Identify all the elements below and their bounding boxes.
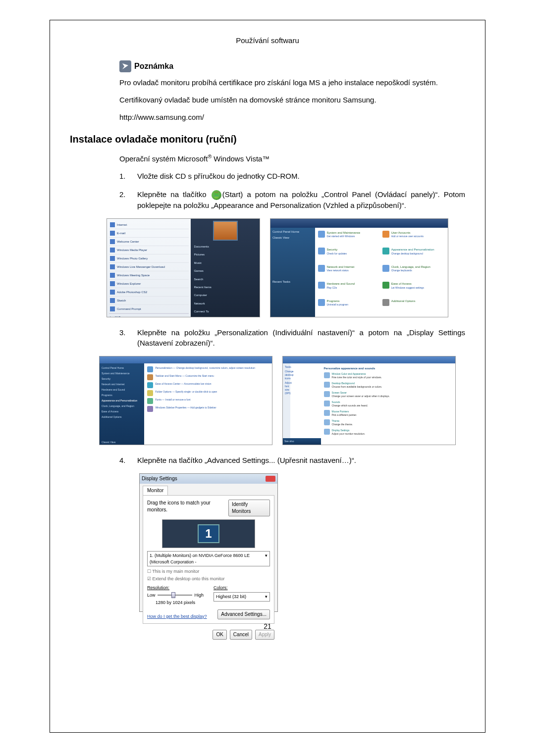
resolution-label: Resolution: <box>147 585 204 591</box>
reg-mark: ® <box>208 153 212 159</box>
note-url: http://www.samsung.com/ <box>119 112 465 122</box>
ap-link-1: Taskbar and Start Menu — Customize the S… <box>155 374 214 380</box>
step-3: 3. Klepněte na položku „Personalization … <box>119 327 465 348</box>
page-header: Používání softwaru <box>70 35 465 46</box>
sm-all-programs: All Programs <box>114 315 131 317</box>
pp-it-3: Sounds <box>332 401 340 403</box>
chevron-down-icon: ▾ <box>265 553 268 565</box>
pp-side-1: Change desktop icons <box>285 370 288 380</box>
step-4: 4. Klepněte na tlačítko „Advanced Settin… <box>119 455 465 465</box>
pp-it-4: Mouse Pointers <box>332 410 349 413</box>
ok-button[interactable]: OK <box>213 630 226 640</box>
intro-prefix: Operační systém Microsoft <box>119 154 208 163</box>
sm-internet: Internet <box>117 223 127 227</box>
colors-value: Highest (32 bit) <box>216 594 246 600</box>
pp-header: Personalize appearance and sounds <box>324 366 452 370</box>
note-label: Poznámka <box>134 61 173 72</box>
cp-cat-3: Appearance and Personalization <box>391 248 434 251</box>
pp-side-0: Tasks <box>285 365 288 369</box>
cp-side-sub: Classic View <box>272 236 313 240</box>
cp-cat-2: Security <box>327 248 338 251</box>
os-intro: Operační systém Microsoft® Windows Vista… <box>119 153 465 164</box>
ap-side-3: Network and Internet <box>102 382 142 387</box>
monitor-1[interactable]: 1 <box>198 524 219 543</box>
step-3-num: 3. <box>119 327 128 348</box>
step-2-before: Klepněte na tlačítko <box>137 190 211 199</box>
ap-link-0: Personalization — Change desktop backgro… <box>155 366 255 372</box>
ap-side-0: Control Panel Home <box>102 365 142 371</box>
ap-side-6: Appearance and Personalization <box>102 398 142 403</box>
note-icon <box>119 60 131 72</box>
pp-side-2: Adjust font size (DPI) <box>285 381 288 395</box>
monitor-dropdown[interactable]: 1. (Multiple Monitors) on NVIDIA GeForce… <box>147 551 270 566</box>
user-avatar <box>213 221 238 241</box>
note-block: Poznámka Pro ovladač monitoru probíhá ce… <box>119 60 465 122</box>
slider-low: Low <box>147 592 156 599</box>
sm-email: E-mail <box>117 231 125 235</box>
cp-cat-6: Hardware and Sound <box>327 282 355 285</box>
monitor-preview: 1 <box>162 519 255 548</box>
sm-control-panel: Control Panel <box>193 316 258 317</box>
cp-cat-0: System and Maintenance <box>327 231 361 234</box>
ap-side-5: Programs <box>102 393 142 398</box>
step-1-num: 1. <box>119 171 128 181</box>
identify-monitors-button[interactable]: Identify Monitors <box>228 500 270 516</box>
ap-link-5: Windows Sidebar Properties — Add gadgets… <box>155 406 216 412</box>
screenshot-appearance: Control Panel Home System and Maintenanc… <box>99 356 272 445</box>
sm-network: Network <box>193 300 258 307</box>
ap-side-1: System and Maintenance <box>102 371 142 376</box>
ap-side-bottom: Classic View <box>102 440 142 445</box>
help-link[interactable]: How do I get the best display? <box>147 613 207 620</box>
screenshot-display-settings: Display Settings Monitor Drag the icons … <box>139 473 278 612</box>
pp-it-1: Desktop Background <box>332 382 355 385</box>
sm-music: Music <box>193 259 258 267</box>
step-2-text: Klepněte na tlačítko (Start) a potom na … <box>137 189 465 210</box>
sm-games: Games <box>193 267 258 275</box>
ap-link-3: Folder Options — Specify single- or doub… <box>155 390 217 396</box>
close-icon[interactable] <box>266 476 275 482</box>
sm-photo: Windows Photo Gallery <box>117 256 148 260</box>
pp-see-also: See also <box>284 440 320 443</box>
pp-it-5: Theme <box>332 419 340 422</box>
sm-documents: Documents <box>193 243 258 251</box>
step-2-num: 2. <box>119 189 128 210</box>
sm-wmp: Windows Media Player <box>117 248 147 252</box>
cp-recent: Recent Tasks <box>272 280 313 284</box>
cp-cat-4: Network and Internet <box>327 265 355 268</box>
ap-side-2: Security <box>102 376 142 382</box>
cancel-button[interactable]: Cancel <box>230 630 252 640</box>
note-paragraph-2: Certifikovaný ovladač bude umístěn na do… <box>119 95 465 105</box>
colors-dropdown[interactable]: Highest (32 bit) ▾ <box>214 592 270 602</box>
pp-it-2: Screen Saver <box>332 391 347 394</box>
sm-welcome: Welcome Center <box>117 240 139 244</box>
extend-desktop-checkbox[interactable]: ☑ Extend the desktop onto this monitor <box>147 576 270 582</box>
sm-search: Search <box>193 275 258 283</box>
pp-it-6: Display Settings <box>332 429 350 432</box>
step-1: 1. Vložte disk CD s příručkou do jednotk… <box>119 171 465 181</box>
sm-meeting: Windows Meeting Space <box>117 273 150 277</box>
advanced-settings-button[interactable]: Advanced Settings... <box>217 609 270 619</box>
main-monitor-checkbox[interactable]: ☐ This is my main monitor <box>147 568 270 575</box>
ds-tab-monitor[interactable]: Monitor <box>143 486 168 495</box>
ds-dropdown-text: 1. (Multiple Monitors) on NVIDIA GeForce… <box>150 553 265 565</box>
ap-link-4: Fonts — Install or remove a font <box>155 398 190 404</box>
step-3-text: Klepněte na položku „Personalization (In… <box>137 327 465 348</box>
cp-cat-1: User Accounts <box>391 231 411 234</box>
step-2: 2. Klepněte na tlačítko (Start) a potom … <box>119 189 465 210</box>
resolution-value: 1280 by 1024 pixels <box>147 600 204 606</box>
screenshot-control-panel: Control Panel Home Classic View Recent T… <box>270 218 448 317</box>
note-paragraph-1: Pro ovladač monitoru probíhá certifikace… <box>119 77 465 88</box>
page-number: 21 <box>70 622 465 632</box>
start-orb-icon <box>212 190 221 200</box>
screenshot-start-menu: Internet E-mail Welcome Center Windows M… <box>107 218 260 317</box>
step-4-text: Klepněte na tlačítko „Advanced Settings.… <box>137 455 465 465</box>
sm-recent: Recent Items <box>193 283 258 291</box>
ds-drag-text: Drag the icons to match your monitors. <box>147 500 228 513</box>
section-title: Instalace ovladače monitoru (ruční) <box>70 132 465 146</box>
cp-cat-5: Clock, Language, and Region <box>391 265 430 268</box>
sm-live: Windows Live Messenger Download <box>117 265 165 269</box>
resolution-slider[interactable]: Low High <box>147 592 204 599</box>
step-1-text: Vložte disk CD s příručkou do jednotky C… <box>137 171 465 181</box>
cp-cat-7: Ease of Access <box>391 282 412 285</box>
screenshot-row-1: Internet E-mail Welcome Center Windows M… <box>90 218 465 317</box>
